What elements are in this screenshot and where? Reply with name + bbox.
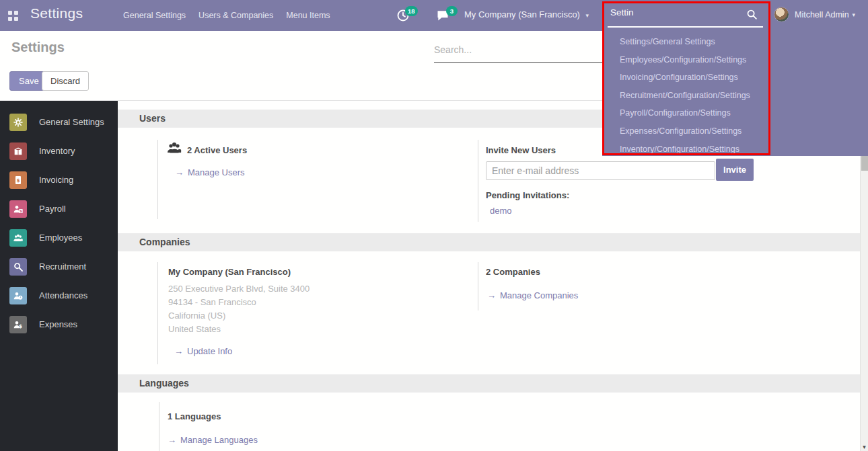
menu-search-box (608, 3, 763, 28)
company-address-line: 94134 - San Francisco (168, 297, 256, 307)
users-icon (166, 140, 182, 159)
manage-users-label: Manage Users (188, 167, 245, 177)
company-name: My Company (San Francisco) (168, 267, 291, 277)
box-icon (9, 142, 27, 160)
sidebar-item-employees[interactable]: Employees (0, 223, 118, 252)
svg-text:$: $ (20, 209, 22, 213)
manage-languages-link[interactable]: →Manage Languages (168, 435, 258, 445)
sidebar-item-label: General Settings (39, 117, 104, 127)
user-name: Mitchell Admin (795, 10, 849, 19)
sidebar-item-label: Expenses (39, 319, 77, 329)
active-users-count: 2 Active Users (187, 145, 247, 155)
messages-button[interactable]: 3 (436, 8, 463, 23)
manage-users-link[interactable]: →Manage Users (175, 167, 245, 177)
menu-menu-items[interactable]: Menu Items (286, 11, 330, 20)
pending-user-label: demo (490, 206, 512, 216)
company-switcher[interactable]: My Company (San Francisco) ▾ (464, 9, 589, 19)
sidebar-item-label: Attendances (39, 290, 87, 300)
discard-button[interactable]: Discard (42, 71, 89, 91)
email-field[interactable] (486, 161, 715, 180)
page-title: Settings (11, 40, 65, 55)
divider (157, 262, 158, 364)
manage-companies-label: Manage Companies (500, 290, 578, 300)
people-icon (9, 229, 27, 247)
company-switcher-label: My Company (San Francisco) (464, 9, 580, 19)
chevron-down-icon: ▾ (586, 12, 589, 19)
companies-count: 2 Companies (486, 267, 540, 277)
section-header-languages: Languages (118, 374, 860, 393)
company-address-line: United States (168, 324, 221, 334)
activities-button[interactable]: 18 (396, 8, 423, 23)
search-result-item[interactable]: Payroll/Configuration/Settings (602, 104, 868, 122)
pending-invitations-label: Pending Invitations: (486, 190, 569, 200)
section-header-companies: Companies (118, 233, 860, 251)
search-result-item[interactable]: Inventory/Configuration/Settings (602, 140, 868, 159)
search-result-item[interactable]: Invoicing/Configuration/Settings (602, 69, 868, 87)
payroll-icon: $ (9, 200, 27, 218)
manage-companies-link[interactable]: →Manage Companies (487, 290, 578, 300)
arrow-right-icon: → (174, 346, 183, 356)
invite-new-users-label: Invite New Users (486, 145, 556, 155)
sidebar-item-label: Invoicing (39, 175, 73, 185)
search-result-item[interactable]: Recruitment/Configuration/Settings (602, 87, 868, 105)
apps-menu-icon[interactable] (8, 11, 18, 21)
divider (478, 140, 478, 222)
menu-search-dropdown: Settings/General Settings Employees/Conf… (602, 30, 868, 156)
arrow-right-icon: → (487, 290, 496, 300)
settings-app-window: Settings General Settings Users & Compan… (0, 0, 868, 451)
scroll-down-arrow[interactable]: ▾ (861, 444, 868, 450)
menu-search-input[interactable] (610, 7, 738, 17)
search-result-item[interactable]: Settings/General Settings (602, 33, 868, 51)
company-address-line: 250 Executive Park Blvd, Suite 3400 (168, 284, 310, 294)
magnifier-icon (9, 258, 27, 276)
company-address-line: California (US) (168, 311, 225, 321)
arrow-right-icon: → (168, 435, 176, 445)
app-menu: General Settings Users & Companies Menu … (123, 0, 330, 31)
section-title: Users (139, 110, 166, 128)
top-navbar: Settings General Settings Users & Compan… (0, 0, 868, 31)
svg-text:$: $ (19, 323, 22, 329)
sidebar-item-label: Employees (39, 233, 82, 243)
menu-users-companies[interactable]: Users & Companies (198, 11, 273, 20)
activity-count-badge: 18 (405, 6, 418, 16)
update-info-label: Update Info (187, 346, 232, 356)
expense-icon: $ (9, 316, 27, 333)
user-menu[interactable]: Mitchell Admin ▾ (774, 7, 855, 22)
attendance-icon (9, 287, 27, 304)
chevron-down-icon: ▾ (853, 11, 856, 18)
divider (478, 262, 478, 311)
app-title: Settings (30, 5, 83, 22)
message-count-badge: 3 (446, 6, 458, 16)
sidebar-item-attendances[interactable]: Attendances (0, 281, 118, 310)
section-title: Companies (139, 233, 190, 251)
menu-search-results: Settings/General Settings Employees/Conf… (602, 30, 868, 158)
sidebar-item-label: Recruitment (39, 261, 86, 272)
svg-text:$: $ (16, 177, 20, 183)
scrollbar-thumb[interactable] (861, 156, 868, 171)
invite-button[interactable]: Invite (716, 159, 754, 181)
invoice-icon: $ (9, 171, 27, 189)
sidebar-item-invoicing[interactable]: $ Invoicing (0, 165, 118, 194)
sidebar-item-inventory[interactable]: Inventory (0, 136, 118, 165)
sidebar-item-expenses[interactable]: $ Expenses (0, 310, 118, 339)
divider (157, 140, 158, 219)
section-title: Languages (139, 374, 189, 393)
arrow-right-icon: → (175, 167, 184, 177)
search-result-item[interactable]: Expenses/Configuration/Settings (602, 122, 868, 140)
gear-icon (9, 114, 27, 131)
menu-general-settings[interactable]: General Settings (123, 11, 186, 20)
update-info-link[interactable]: →Update Info (174, 346, 232, 356)
sidebar-item-payroll[interactable]: $ Payroll (0, 194, 118, 223)
divider (159, 402, 159, 451)
manage-languages-label: Manage Languages (180, 435, 258, 445)
pending-user-link[interactable]: demo (490, 206, 512, 216)
avatar (774, 7, 789, 22)
search-result-item[interactable]: Employees/Configuration/Settings (602, 51, 868, 69)
sidebar-item-general-settings[interactable]: General Settings (0, 108, 118, 136)
sidebar-item-label: Payroll (39, 204, 66, 214)
settings-sidebar: General Settings Inventory $ Invoicing $… (0, 101, 118, 451)
sidebar-item-recruitment[interactable]: Recruitment (0, 252, 118, 281)
languages-count: 1 Languages (168, 411, 221, 421)
sidebar-item-label: Inventory (39, 146, 75, 156)
